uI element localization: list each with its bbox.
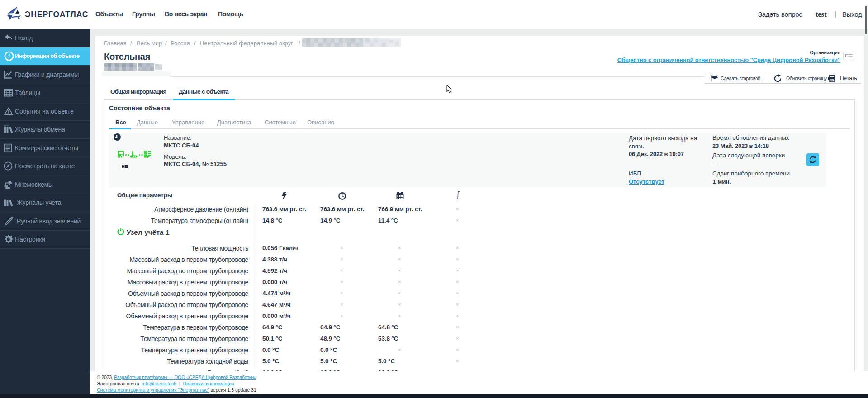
svg-text:i: i	[8, 53, 10, 60]
